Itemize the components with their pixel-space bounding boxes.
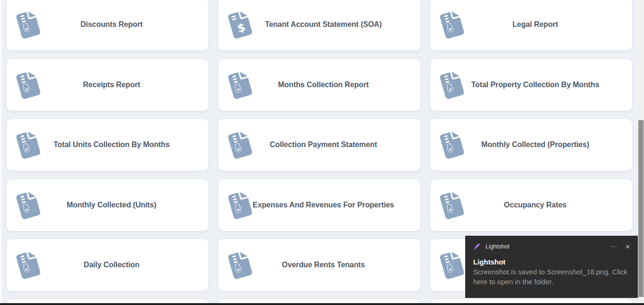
report-card-label: Occupancy Rates bbox=[436, 200, 626, 210]
report-card[interactable]: Occupancy Rates bbox=[430, 179, 632, 231]
report-card[interactable]: Expenses And Revenues For Properties bbox=[218, 179, 420, 231]
toast-message: Screenshot is saved to Screenshot_18.png… bbox=[473, 267, 630, 287]
report-card-label: Monthly Collected (Properties) bbox=[436, 140, 626, 149]
report-card[interactable]: Monthly Collected (Properties) bbox=[430, 119, 632, 171]
vertical-scrollbar-thumb[interactable] bbox=[638, 120, 644, 297]
report-card[interactable]: Tenant Account Statement (SOA) bbox=[218, 0, 420, 50]
report-card[interactable]: Discounts Report bbox=[7, 0, 209, 50]
report-card-label: Total Units Collection By Months bbox=[13, 140, 202, 149]
report-card[interactable]: Total Units Collection By Months bbox=[7, 119, 209, 171]
taskbar-edge bbox=[0, 303, 644, 305]
report-card-label: Months Collection Report bbox=[225, 80, 414, 90]
report-card[interactable]: Collection Payment Statement bbox=[218, 119, 420, 171]
report-card[interactable]: Overdue Rents Tenants bbox=[218, 239, 420, 291]
report-card[interactable]: Monthly Collected (Units) bbox=[7, 179, 209, 231]
report-card-label: Tenant Account Statement (SOA) bbox=[225, 20, 414, 29]
page-left-edge bbox=[0, 0, 2, 305]
file-zipper-icon bbox=[438, 250, 466, 280]
report-card[interactable]: Total Property Collection By Months bbox=[430, 59, 632, 111]
toast-body[interactable]: Lightshot Screenshot is saved to Screens… bbox=[473, 257, 630, 287]
toast-more-options-icon[interactable]: ⋯ bbox=[610, 242, 618, 251]
toast-app-name: Lightshot bbox=[485, 243, 610, 250]
report-card-label: Overdue Rents Tenants bbox=[225, 260, 414, 270]
toast-title: Lightshot bbox=[473, 257, 630, 267]
report-card-label: Daily Collection bbox=[13, 260, 202, 270]
report-card-label: Monthly Collected (Units) bbox=[13, 200, 202, 210]
report-card[interactable]: Months Collection Report bbox=[218, 59, 420, 111]
report-card[interactable]: Legal Report bbox=[430, 0, 632, 50]
lightshot-notification-toast[interactable]: Lightshot ⋯ ✕ Lightshot Screenshot is sa… bbox=[465, 236, 638, 298]
report-card[interactable]: Receipts Report bbox=[7, 59, 209, 111]
report-card-label: Legal Report bbox=[436, 20, 626, 29]
toast-header: Lightshot ⋯ ✕ bbox=[473, 242, 630, 251]
vertical-scrollbar-track[interactable] bbox=[638, 0, 644, 305]
report-card-label: Discounts Report bbox=[13, 20, 202, 29]
report-card-label: Receipts Report bbox=[13, 80, 202, 90]
report-card-label: Expenses And Revenues For Properties bbox=[225, 200, 414, 210]
report-card-label: Collection Payment Statement bbox=[225, 140, 414, 149]
report-card[interactable]: Daily Collection bbox=[7, 239, 209, 291]
lightshot-feather-icon bbox=[473, 243, 481, 251]
report-card-label: Total Property Collection By Months bbox=[436, 80, 626, 90]
toast-close-icon[interactable]: ✕ bbox=[625, 243, 630, 250]
